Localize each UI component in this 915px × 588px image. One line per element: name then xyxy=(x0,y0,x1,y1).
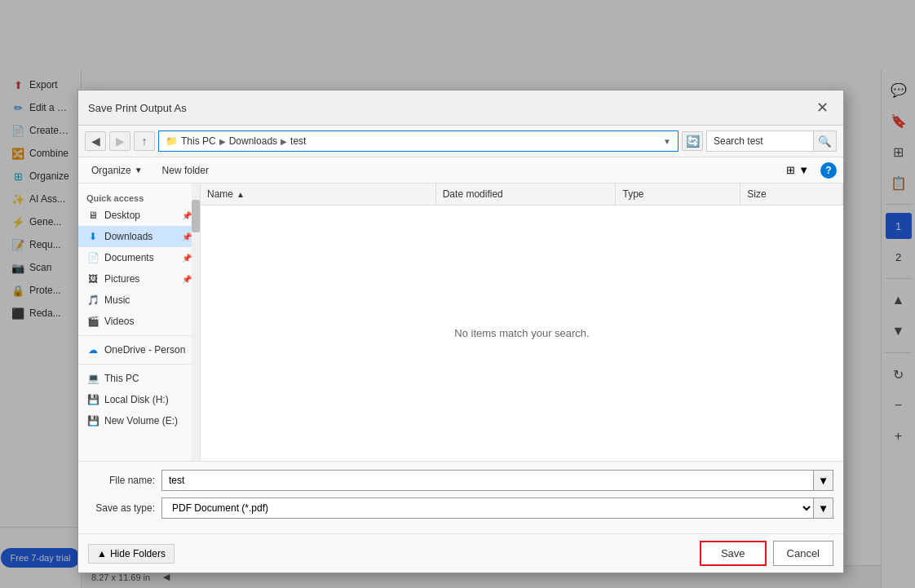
localdisk-label: Local Disk (H:) xyxy=(104,394,169,405)
localdisk-icon: 💾 xyxy=(86,393,99,406)
dialog-buttons: ▲ Hide Folders Save Cancel xyxy=(78,533,843,573)
file-list: Name ▲ Date modified Type Size No items … xyxy=(201,183,843,461)
thispc-icon: 💻 xyxy=(86,372,99,385)
nav-music[interactable]: 🎵 Music xyxy=(78,290,200,311)
quick-access-title: Quick access xyxy=(78,187,200,205)
path-sep2: ▶ xyxy=(281,137,287,146)
dialog-title: Save Print Output As xyxy=(88,102,187,114)
pictures-pin: 📌 xyxy=(182,275,192,284)
thispc-label: This PC xyxy=(104,373,139,384)
search-input[interactable] xyxy=(707,135,813,147)
newvolume-icon: 💾 xyxy=(86,414,99,427)
dialog-close-button[interactable]: ✕ xyxy=(811,97,833,118)
path-downloads[interactable]: Downloads xyxy=(229,135,277,147)
nav-thispc[interactable]: 💻 This PC xyxy=(78,368,200,389)
col-date-label: Date modified xyxy=(443,188,503,200)
path-thispc[interactable]: This PC xyxy=(181,135,216,147)
nav-divider2 xyxy=(78,364,200,365)
refresh-button[interactable]: 🔄 xyxy=(682,131,703,151)
organize-button[interactable]: Organize ▼ xyxy=(85,161,149,179)
nav-newvolume[interactable]: 💾 New Volume (E:) xyxy=(78,410,200,431)
sort-arrow: ▲ xyxy=(236,190,245,199)
onedrive-icon: ☁ xyxy=(86,343,99,356)
nav-documents[interactable]: 📄 Documents 📌 xyxy=(78,247,200,268)
path-sep1: ▶ xyxy=(219,137,226,146)
back-button[interactable]: ◀ xyxy=(85,131,106,151)
save-button[interactable]: Save xyxy=(700,541,767,566)
tree-scrollbar-track[interactable] xyxy=(192,183,200,461)
action-buttons: Save Cancel xyxy=(700,541,833,566)
nav-videos[interactable]: 🎬 Videos xyxy=(78,311,200,332)
dialog-body: Quick access 🖥 Desktop 📌 ⬇ Downloads 📌 📄… xyxy=(78,183,843,461)
dialog-form: File name: ▼ Save as type: PDF Document … xyxy=(78,461,843,533)
quick-access-section: Quick access 🖥 Desktop 📌 ⬇ Downloads 📌 📄… xyxy=(78,187,200,332)
videos-icon: 🎬 xyxy=(86,315,99,328)
help-button[interactable]: ? xyxy=(820,162,837,179)
hide-folders-button[interactable]: ▲ Hide Folders xyxy=(88,544,175,564)
col-type-label: Type xyxy=(622,188,643,200)
file-list-body: No items match your search. xyxy=(201,206,843,461)
nav-pictures[interactable]: 🖼 Pictures 📌 xyxy=(78,268,200,290)
path-dropdown[interactable]: ▼ xyxy=(663,137,671,146)
hide-folders-label: Hide Folders xyxy=(110,548,166,559)
videos-label: Videos xyxy=(104,316,134,327)
dialog-inner-toolbar: Organize ▼ New folder ⊞ ▼ ? xyxy=(78,157,843,183)
filename-row: File name: ▼ xyxy=(88,470,833,491)
save-dialog: Save Print Output As ✕ ◀ ▶ ↑ 📁 This PC ▶… xyxy=(77,90,844,573)
up-button[interactable]: ↑ xyxy=(134,131,155,151)
cancel-button[interactable]: Cancel xyxy=(773,541,833,566)
downloads-label: Downloads xyxy=(104,231,152,242)
music-icon: 🎵 xyxy=(86,294,99,307)
nav-downloads[interactable]: ⬇ Downloads 📌 xyxy=(78,226,200,247)
view-icon: ⊞ xyxy=(786,164,795,176)
path-test[interactable]: test xyxy=(290,135,306,147)
dialog-titlebar: Save Print Output As ✕ xyxy=(78,91,843,126)
nav-localdisk[interactable]: 💾 Local Disk (H:) xyxy=(78,389,200,410)
search-box: 🔍 xyxy=(706,130,837,152)
documents-pin: 📌 xyxy=(182,254,192,263)
pictures-icon: 🖼 xyxy=(86,272,99,285)
col-name-label: Name xyxy=(207,188,233,200)
filename-input[interactable] xyxy=(161,470,814,491)
savetype-select[interactable]: PDF Document (*.pdf) xyxy=(161,497,814,519)
address-path[interactable]: 📁 This PC ▶ Downloads ▶ test ▼ xyxy=(158,130,679,152)
savetype-row: Save as type: PDF Document (*.pdf) ▼ xyxy=(88,497,833,519)
col-name-header[interactable]: Name ▲ xyxy=(201,183,436,205)
col-date-header[interactable]: Date modified xyxy=(436,183,617,205)
search-submit-button[interactable]: 🔍 xyxy=(813,131,836,151)
pictures-label: Pictures xyxy=(104,273,139,285)
nav-onedrive[interactable]: ☁ OneDrive - Person xyxy=(78,339,200,360)
downloads-icon: ⬇ xyxy=(86,230,99,243)
forward-button[interactable]: ▶ xyxy=(109,131,130,151)
new-folder-button[interactable]: New folder xyxy=(156,161,215,179)
nav-divider xyxy=(78,335,200,336)
filename-label: File name: xyxy=(88,475,161,486)
downloads-pin: 📌 xyxy=(182,232,192,241)
hide-folders-icon: ▲ xyxy=(97,548,107,559)
organize-label: Organize xyxy=(91,165,131,176)
address-bar: ◀ ▶ ↑ 📁 This PC ▶ Downloads ▶ test ▼ 🔄 🔍 xyxy=(78,126,843,157)
desktop-pin: 📌 xyxy=(182,211,192,220)
savetype-dropdown[interactable]: ▼ xyxy=(814,497,833,519)
desktop-label: Desktop xyxy=(104,210,140,221)
desktop-icon: 🖥 xyxy=(86,209,99,222)
organize-chevron: ▼ xyxy=(135,166,143,175)
documents-icon: 📄 xyxy=(86,251,99,264)
nav-desktop[interactable]: 🖥 Desktop 📌 xyxy=(78,205,200,226)
col-size-label: Size xyxy=(747,188,766,200)
newvolume-label: New Volume (E:) xyxy=(104,415,178,427)
file-list-header: Name ▲ Date modified Type Size xyxy=(201,183,843,206)
col-size-header[interactable]: Size xyxy=(740,183,843,205)
savetype-label: Save as type: xyxy=(88,502,161,514)
nav-tree: Quick access 🖥 Desktop 📌 ⬇ Downloads 📌 📄… xyxy=(78,183,201,461)
onedrive-label: OneDrive - Person xyxy=(104,344,185,356)
no-items-message: No items match your search. xyxy=(454,327,589,339)
path-icon: 📁 xyxy=(166,135,178,147)
col-type-header[interactable]: Type xyxy=(616,183,740,205)
documents-label: Documents xyxy=(104,252,154,263)
filename-dropdown[interactable]: ▼ xyxy=(814,470,833,491)
music-label: Music xyxy=(104,294,130,306)
tree-scrollbar-thumb[interactable] xyxy=(192,200,200,232)
view-chevron: ▼ xyxy=(798,164,809,176)
view-button[interactable]: ⊞ ▼ xyxy=(781,161,814,179)
